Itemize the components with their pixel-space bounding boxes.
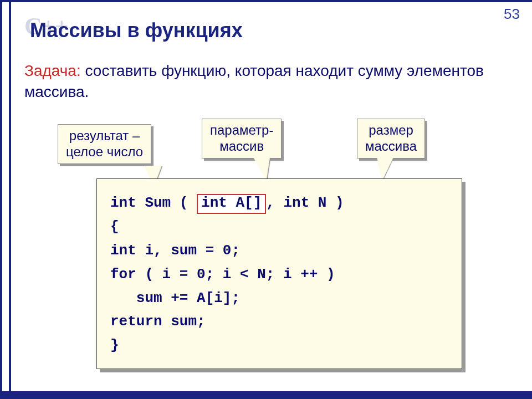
inner-border <box>9 2 11 391</box>
code-line: { <box>110 218 119 235</box>
callout-tail-icon <box>370 157 393 181</box>
task-text: Задача: составить функцию, которая наход… <box>24 60 515 103</box>
callout-line: массив <box>219 139 264 154</box>
callout-result-integer: результат – целое число <box>58 124 151 164</box>
callout-line: размер <box>369 122 413 137</box>
callout-line: массива <box>365 139 417 154</box>
code-line: } <box>110 337 119 354</box>
callout-line: целое число <box>66 144 143 159</box>
code-fragment: , int N ) <box>266 195 344 211</box>
code-line: return sum; <box>110 313 206 330</box>
callout-param-array: параметр- массив <box>202 119 282 158</box>
callout-tail-icon <box>253 157 278 181</box>
code-line: int i, sum = 0; <box>110 242 240 259</box>
slide: 53 C++ Массивы в функциях Задача: состав… <box>0 0 532 393</box>
code-line: sum += A[i]; <box>110 290 240 306</box>
callout-line: параметр- <box>210 122 273 137</box>
bottom-accent-bar <box>0 393 532 399</box>
code-fragment: int Sum ( <box>110 195 197 211</box>
code-highlight-param: int A[] <box>197 194 266 214</box>
code-block: int Sum ( int A[], int N ) { int i, sum … <box>96 178 462 369</box>
task-body: составить функцию, которая находит сумму… <box>24 62 484 100</box>
task-label: Задача: <box>24 62 81 79</box>
code-line: for ( i = 0; i < N; i ++ ) <box>110 266 335 283</box>
callout-array-size: размер массива <box>357 119 425 158</box>
slide-title: Массивы в функциях <box>30 19 243 42</box>
callout-line: результат – <box>69 128 140 143</box>
code-line: int Sum ( int A[], int N ) <box>110 195 344 211</box>
page-number: 53 <box>504 6 520 23</box>
